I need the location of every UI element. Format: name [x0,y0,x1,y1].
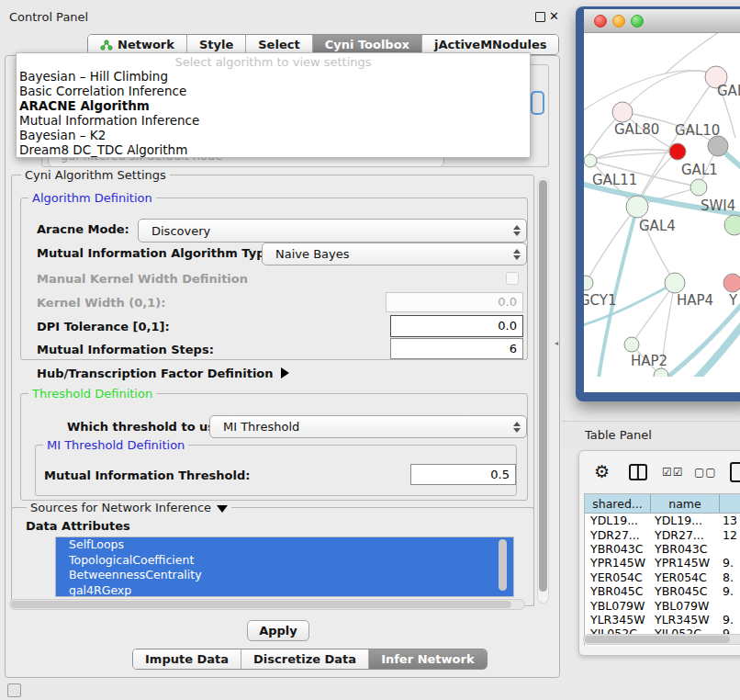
data-attribute-item[interactable]: gal4RGexp [56,583,513,598]
network-canvas[interactable]: GALGAL80GAL10GAL11GAL1GAL4SWI4GCY1HAP4YH… [584,33,740,377]
network-edge[interactable] [632,283,675,344]
network-icon [100,40,113,51]
network-node-label: HAP4 [677,292,713,309]
data-attribute-item[interactable]: TopologicalCoefficient [56,553,513,569]
close-traffic-light-icon[interactable] [594,15,607,28]
table-cell: YDR27... [585,528,651,542]
tab-jactivemnodules[interactable]: jActiveMNodules [422,35,559,54]
algorithm-option[interactable]: ARACNE Algorithm [17,98,530,113]
dpi-tolerance-field[interactable]: 0.0 [390,315,523,337]
column-header[interactable]: name [651,494,720,513]
hidden-combo-stepper[interactable] [531,91,544,115]
mi-steps-field[interactable]: 6 [390,338,523,359]
sources-title-toggle[interactable]: Sources for Network Inference [27,501,231,514]
tab-infer-network[interactable]: Infer Network [369,649,486,669]
data-attribute-item[interactable]: SelfLoops [56,537,513,553]
mi-threshold-field[interactable]: 0.5 [410,464,516,485]
table-cell: YDR27... [651,528,720,542]
network-node[interactable] [624,337,639,352]
scrollbar-thumb[interactable] [539,180,547,592]
column-layout-icon[interactable] [629,464,647,480]
attributes-list-scrollbar[interactable] [499,539,507,591]
tab-discretize-data[interactable]: Discretize Data [241,649,369,669]
network-node[interactable] [708,136,728,156]
table-row[interactable]: YDL19...YDL19...13 [585,514,740,527]
tab-cyni-toolbox[interactable]: Cyni Toolbox [313,35,422,54]
algorithm-option[interactable]: Basic Correlation Inference [17,84,530,98]
scrollbar-thumb[interactable] [585,636,730,643]
float-window-icon[interactable] [535,12,545,22]
column-header[interactable]: shared... [585,494,651,513]
network-node-label: GAL [717,83,740,99]
kernel-width-label: Kernel Width (0,1): [37,296,165,310]
data-attributes-list[interactable]: SelfLoopsTopologicalCoefficientBetweenne… [55,536,514,597]
network-graph: GALGAL80GAL10GAL11GAL1GAL4SWI4GCY1HAP4YH… [584,33,740,377]
which-threshold-combo[interactable]: MI Threshold [209,415,527,438]
kernel-width-field[interactable]: 0.0 [386,292,523,312]
manual-kernel-checkbox[interactable] [506,272,519,285]
hub-definition-label: Hub/Transcription Factor Definition [37,367,274,380]
network-node[interactable] [654,368,668,377]
network-node[interactable] [724,215,740,235]
network-edge[interactable] [691,310,740,377]
table-row[interactable]: YLR345WYLR345W9. [585,613,740,627]
network-node[interactable] [690,179,707,196]
tab-impute-data[interactable]: Impute Data [133,649,241,669]
hub-definition-toggle[interactable]: Hub/Transcription Factor Definition [37,367,289,380]
node-table-card: ⚙ ☑☑ ▢▢ shared...name YDL19...YDL19...13… [578,450,740,656]
zoom-traffic-light-icon[interactable] [631,15,644,28]
tab-style[interactable]: Style [187,35,246,54]
network-node[interactable] [665,273,685,293]
table-row[interactable]: YBR045CYBR045C9. [585,584,740,598]
mi-type-combo[interactable]: Naive Bayes [262,243,527,265]
table-cell: YDL19... [651,514,720,527]
table-horizontal-scrollbar[interactable] [583,634,740,645]
minimize-traffic-light-icon[interactable] [612,15,625,28]
network-node[interactable] [723,274,740,292]
close-icon[interactable]: ✕ [549,9,559,23]
table-cell: YBL079W [651,599,720,613]
settings-vertical-scrollbar[interactable] [537,177,549,604]
apply-button[interactable]: Apply [247,620,309,641]
network-node[interactable] [612,102,633,122]
network-edge[interactable] [622,71,716,112]
table-row[interactable]: YDR27...YDR27...12 [585,527,740,541]
network-window-titlebar[interactable] [584,9,740,33]
algorithm-option[interactable]: Dream8 DC_TDC Algorithm [17,142,530,157]
algorithm-dropdown-hint: Select algorithm to view settings [17,55,530,69]
table-cell: 9. [720,556,740,570]
scrollbar-thumb[interactable] [11,601,511,608]
cyni-settings-title: Cyni Algorithm Settings [21,168,170,182]
table-row[interactable]: YBL079WYBL079W [585,598,740,612]
algorithm-option[interactable]: Bayesian – K2 [17,128,530,142]
select-all-checkboxes-icon[interactable]: ☑☑ [662,466,684,479]
table-row[interactable]: YPR145WYPR145W9. [585,556,740,570]
sources-horizontal-scrollbar[interactable] [9,599,525,610]
gear-icon[interactable]: ⚙ [594,463,610,480]
dock-panel-icon[interactable] [7,683,21,697]
network-node[interactable] [584,154,597,167]
tab-select[interactable]: Select [246,35,312,54]
panel-divider-handle[interactable]: ◂ [555,339,561,348]
mi-threshold-definition-title: MI Threshold Definition [43,438,188,452]
table-cell: 13 [720,514,740,527]
tab-discretize-data-label: Discretize Data [253,652,356,666]
tab-cyni-toolbox-label: Cyni Toolbox [325,38,409,51]
algorithm-option[interactable]: Bayesian – Hill Climbing [17,69,530,84]
aracne-mode-combo[interactable]: Discovery [138,219,527,243]
network-node[interactable] [669,143,686,160]
document-icon[interactable] [730,462,740,482]
tab-network[interactable]: Network [88,35,187,54]
deselect-all-checkboxes-icon[interactable]: ▢▢ [694,466,717,479]
tab-jactivemnodules-label: jActiveMNodules [434,38,547,51]
network-edge[interactable] [586,207,637,283]
network-node[interactable] [626,196,648,218]
table-row[interactable]: YER054CYER054C8. [585,570,740,584]
table-row[interactable]: YBR043CYBR043C [585,542,740,556]
network-edge[interactable] [666,33,735,73]
column-header[interactable] [720,494,740,513]
data-attribute-item[interactable]: BetweennessCentrality [56,568,513,583]
algorithm-option[interactable]: Mutual Information Inference [17,113,530,128]
network-node[interactable] [584,276,593,290]
table-cell: 8. [720,570,740,584]
